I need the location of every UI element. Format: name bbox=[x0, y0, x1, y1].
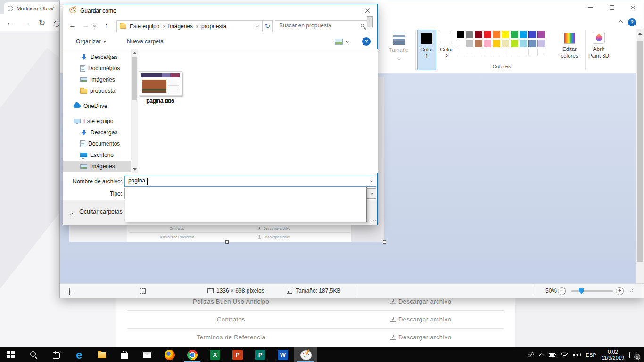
hide-folders-button[interactable]: Ocultar carpetas bbox=[79, 208, 123, 215]
scroll-up-icon[interactable] bbox=[638, 33, 642, 35]
breadcrumb-segment[interactable]: Este equipo bbox=[130, 23, 168, 30]
collapse-ribbon-icon[interactable] bbox=[619, 20, 623, 25]
forward-icon[interactable]: → bbox=[82, 21, 90, 30]
nav-item[interactable]: OneDrive bbox=[63, 100, 131, 112]
recent-locations-icon[interactable] bbox=[93, 24, 96, 27]
action-center-icon[interactable]: 2 bbox=[629, 352, 637, 358]
palette-empty-slot[interactable] bbox=[475, 49, 482, 56]
nav-item[interactable]: propuesta bbox=[63, 85, 131, 97]
scrollbar-thumb[interactable] bbox=[637, 41, 643, 262]
view-dropdown-icon[interactable] bbox=[346, 40, 349, 43]
nav-item[interactable]: Documentos bbox=[63, 63, 131, 74]
browser-forward-icon[interactable]: → bbox=[23, 18, 31, 27]
clock[interactable]: 0:02 11/9/2019 bbox=[602, 349, 624, 361]
download-link[interactable]: Descargar archivo bbox=[390, 334, 451, 341]
palette-color[interactable] bbox=[493, 31, 500, 38]
filename-dropdown-icon[interactable] bbox=[370, 179, 373, 182]
taskbar-app-slot[interactable] bbox=[272, 347, 294, 362]
palette-color[interactable] bbox=[493, 40, 500, 47]
zoom-slider-track[interactable] bbox=[571, 290, 613, 292]
palette-color[interactable] bbox=[528, 40, 536, 47]
scrollbar-thumb[interactable] bbox=[132, 57, 137, 100]
language-indicator[interactable]: ESP bbox=[586, 352, 596, 358]
nav-item[interactable]: Este equipo bbox=[63, 115, 131, 127]
palette-empty-slot[interactable] bbox=[484, 49, 491, 56]
breadcrumb-segment[interactable]: Imágenes bbox=[168, 23, 201, 30]
taskbar-app-slot[interactable] bbox=[204, 347, 226, 362]
browser-refresh-icon[interactable]: ↻ bbox=[39, 18, 45, 28]
palette-color[interactable] bbox=[520, 40, 527, 47]
taskbar-app-slot[interactable] bbox=[158, 347, 181, 362]
selection-handle-corner[interactable] bbox=[383, 240, 386, 244]
new-folder-button[interactable]: Nueva carpeta bbox=[127, 38, 164, 45]
taskbar-app-slot[interactable] bbox=[23, 347, 45, 362]
palette-color[interactable] bbox=[466, 40, 473, 47]
zoom-out-button[interactable]: − bbox=[558, 287, 566, 295]
filename-input[interactable] bbox=[128, 177, 359, 184]
edit-colors-button[interactable]: Editar colores bbox=[555, 30, 584, 59]
taskbar-app-slot[interactable] bbox=[249, 347, 272, 362]
palette-empty-slot[interactable] bbox=[528, 49, 536, 56]
maximize-button[interactable] bbox=[601, 0, 622, 14]
wifi-icon[interactable] bbox=[561, 352, 568, 358]
organize-button[interactable]: Organizar bbox=[76, 38, 106, 45]
open-paint3d-button[interactable]: Abrir Paint 3D bbox=[587, 30, 611, 59]
refresh-button[interactable]: ↻ bbox=[263, 20, 273, 32]
palette-empty-slot[interactable] bbox=[502, 49, 509, 56]
minimize-button[interactable] bbox=[580, 0, 601, 14]
zoom-slider-thumb[interactable] bbox=[579, 288, 584, 294]
dialog-resize-grip[interactable] bbox=[371, 218, 376, 223]
help-button[interactable]: ? bbox=[362, 37, 371, 46]
palette-empty-slot[interactable] bbox=[493, 49, 500, 56]
nav-item[interactable]: Escritorio bbox=[63, 149, 131, 161]
palette-color[interactable] bbox=[537, 40, 545, 47]
taskbar-app-slot[interactable] bbox=[294, 347, 317, 362]
palette-empty-slot[interactable] bbox=[520, 49, 527, 56]
palette-color[interactable] bbox=[502, 40, 509, 47]
palette-color[interactable] bbox=[484, 40, 491, 47]
people-icon[interactable] bbox=[527, 352, 535, 358]
nav-item[interactable]: Imágenes bbox=[63, 74, 131, 85]
volume-icon[interactable] bbox=[573, 352, 581, 358]
palette-color[interactable] bbox=[484, 31, 491, 38]
download-link[interactable]: Descargar archivo bbox=[390, 316, 451, 323]
taskbar-app-slot[interactable] bbox=[0, 347, 23, 362]
show-hidden-icons-icon[interactable] bbox=[539, 353, 544, 358]
battery-icon[interactable] bbox=[549, 353, 555, 357]
palette-color[interactable] bbox=[537, 31, 545, 38]
resize-grip[interactable] bbox=[628, 289, 633, 294]
taskbar-app-slot[interactable] bbox=[226, 347, 249, 362]
color2-button[interactable]: Color 2 bbox=[437, 30, 456, 70]
palette-color[interactable] bbox=[528, 31, 536, 38]
download-link[interactable]: Descargar archivo bbox=[390, 298, 451, 305]
nav-item[interactable]: Descargas bbox=[63, 127, 131, 138]
file-item[interactable]: pagina uno bbox=[139, 71, 182, 104]
palette-color[interactable] bbox=[520, 31, 527, 38]
breadcrumb-segment[interactable]: propuesta bbox=[201, 23, 226, 30]
size-button[interactable]: Tamaño bbox=[385, 30, 413, 62]
nav-item[interactable]: Documentos bbox=[63, 138, 131, 149]
browser-tab[interactable]: Modificar Obra/ bbox=[4, 2, 63, 14]
view-mode-icon[interactable] bbox=[335, 39, 343, 45]
nav-item[interactable]: Imágenes bbox=[63, 161, 131, 172]
canvas-scrollbar[interactable] bbox=[636, 29, 644, 283]
palette-color[interactable] bbox=[511, 31, 518, 38]
filename-suggestions-panel[interactable] bbox=[125, 187, 367, 222]
palette-color[interactable] bbox=[457, 31, 464, 38]
browser-back-icon[interactable]: ← bbox=[7, 18, 15, 27]
taskbar-app-slot[interactable] bbox=[136, 347, 158, 362]
palette-color[interactable] bbox=[475, 31, 482, 38]
palette-color[interactable] bbox=[466, 31, 473, 38]
palette-empty-slot[interactable] bbox=[466, 49, 473, 56]
palette-empty-slot[interactable] bbox=[511, 49, 518, 56]
back-icon[interactable]: ← bbox=[69, 21, 76, 30]
palette-empty-slot[interactable] bbox=[537, 49, 545, 56]
breadcrumb[interactable]: Este equipoImágenespropuesta bbox=[116, 20, 263, 32]
taskbar-app-slot[interactable] bbox=[113, 347, 136, 362]
taskbar-app-slot[interactable] bbox=[181, 347, 204, 362]
color1-button[interactable]: Color 1 bbox=[417, 30, 436, 70]
scroll-down-icon[interactable] bbox=[133, 168, 137, 171]
palette-color[interactable] bbox=[511, 40, 518, 47]
taskbar-app-slot[interactable] bbox=[45, 347, 68, 362]
palette-color[interactable] bbox=[502, 31, 509, 38]
